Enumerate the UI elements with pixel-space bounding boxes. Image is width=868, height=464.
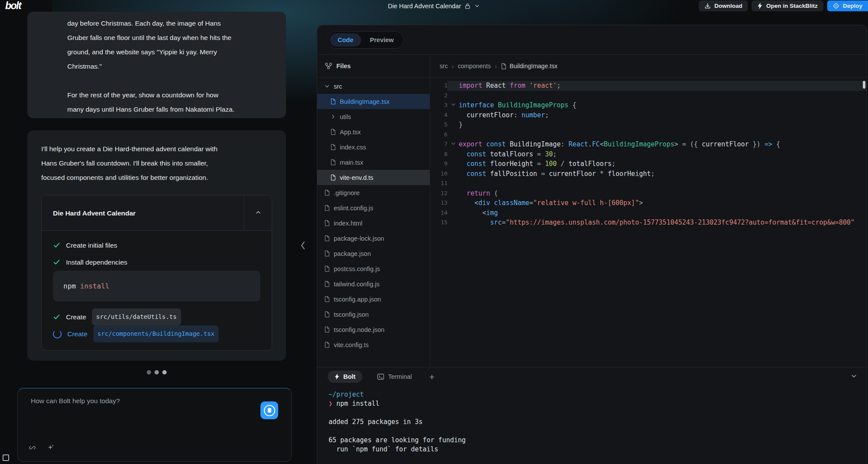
file-icon	[324, 250, 330, 257]
fold-chevron-down-icon[interactable]	[450, 101, 456, 109]
chevron-right-icon	[330, 114, 336, 119]
open-stackblitz-button[interactable]: Open in StackBlitz	[752, 0, 823, 11]
line-number: 10	[430, 169, 447, 179]
tree-file-index.html[interactable]: index.html	[317, 215, 430, 231]
file-tree: srcBuildingImage.tsxutilsApp.tsxindex.cs…	[317, 78, 430, 352]
panel-collapse-handle[interactable]	[300, 240, 306, 253]
line-number: 6	[430, 130, 447, 140]
line-number: 15	[430, 218, 447, 228]
project-title: Die Hard Advent Calendar	[388, 3, 461, 10]
stop-generation-button[interactable]	[260, 401, 278, 419]
code-line-4: 4 currentFloor: number;	[430, 110, 867, 120]
artifact-title: Die Hard Advent Calendar	[42, 196, 244, 230]
tree-file-eslint.config.js[interactable]: eslint.config.js	[317, 200, 430, 215]
add-terminal-button[interactable]: +	[427, 372, 437, 382]
tab-code[interactable]: Code	[330, 33, 361, 46]
tree-file-package.json[interactable]: package.json	[317, 246, 430, 261]
chat-input[interactable]	[30, 396, 236, 433]
assistant-message: I'll help you create a Die Hard-themed a…	[27, 130, 286, 361]
file-path-chip[interactable]: src/components/BuildingImage.tsx	[93, 325, 219, 342]
code-editor[interactable]: src components BuildingImage.tsx 1import…	[430, 55, 867, 367]
breadcrumb-components[interactable]: components	[458, 63, 491, 70]
deploy-button[interactable]: Deploy	[827, 0, 868, 11]
tree-folder-src[interactable]: src	[317, 79, 430, 94]
files-icon	[325, 63, 332, 70]
tree-file-.gitignore[interactable]: .gitignore	[317, 185, 430, 200]
open-stackblitz-label: Open in StackBlitz	[766, 3, 818, 9]
spinner-icon	[53, 330, 62, 338]
tree-file-BuildingImage.tsx[interactable]: BuildingImage.tsx	[317, 94, 430, 109]
terminal-tab-terminal[interactable]: Terminal	[375, 373, 414, 381]
line-number: 8	[430, 149, 447, 159]
bolt-icon	[335, 374, 339, 380]
file-icon	[324, 235, 330, 242]
breadcrumb-separator	[452, 63, 454, 70]
file-icon	[324, 326, 330, 333]
breadcrumb-src[interactable]: src	[440, 63, 448, 70]
terminal-tab-bolt[interactable]: Bolt	[328, 371, 362, 383]
breadcrumb-separator	[495, 63, 497, 70]
tree-file-tsconfig.app.json[interactable]: tsconfig.app.json	[317, 292, 430, 307]
terminal-collapse-icon[interactable]	[851, 373, 857, 379]
tree-file-tsconfig.node.json[interactable]: tsconfig.node.json	[317, 322, 430, 337]
user-message-paragraph-1: day before Christmas. Each day, the imag…	[67, 16, 273, 73]
download-button[interactable]: Download	[699, 0, 748, 11]
tree-file-index.css[interactable]: index.css	[317, 139, 430, 155]
artifact-collapse-button[interactable]	[244, 196, 272, 230]
file-icon	[501, 63, 506, 70]
tab-preview[interactable]: Preview	[362, 33, 401, 46]
line-number: 12	[430, 189, 447, 199]
tree-file-tailwind.config.js[interactable]: tailwind.config.js	[317, 276, 430, 292]
code-line-3: 3interface BuildingImageProps {	[430, 100, 867, 110]
file-path-chip[interactable]: src/utils/dateUtils.ts	[92, 308, 181, 325]
line-number: 1	[430, 81, 447, 91]
code-lines: 1import React from 'react';23interface B…	[430, 78, 867, 228]
code-line-7: 7export const BuildingImage: React.FC<Bu…	[430, 139, 867, 149]
file-icon	[324, 220, 330, 226]
fold-chevron-down-icon[interactable]	[450, 140, 456, 148]
input-toolbar	[28, 444, 55, 452]
shell-command-block: npm install	[53, 271, 260, 302]
code-line-1: 1import React from 'react';	[430, 81, 867, 91]
tree-file-package-lock.json[interactable]: package-lock.json	[317, 231, 430, 246]
code-line-14: 14 <img	[430, 208, 867, 218]
file-icon	[330, 98, 336, 105]
corner-widget-icon[interactable]	[3, 454, 9, 461]
enhance-prompt-icon[interactable]	[47, 444, 55, 452]
attach-link-icon[interactable]	[28, 444, 36, 452]
tree-folder-utils[interactable]: utils	[317, 109, 430, 124]
check-icon	[53, 313, 60, 321]
tree-file-App.tsx[interactable]: App.tsx	[317, 124, 430, 139]
terminal-line	[329, 427, 867, 436]
file-icon	[324, 265, 330, 272]
loading-dots	[27, 370, 286, 375]
tree-file-vite-env.d.ts[interactable]: vite-env.d.ts	[317, 170, 430, 185]
terminal-line: run `npm fund` for details	[329, 445, 867, 454]
code-preview-toggle: Code Preview	[328, 31, 404, 49]
tree-file-vite.config.ts[interactable]: vite.config.ts	[317, 337, 430, 352]
breadcrumb-file[interactable]: BuildingImage.tsx	[501, 63, 558, 70]
terminal-icon	[377, 374, 384, 380]
file-icon	[324, 281, 330, 287]
line-number: 4	[430, 110, 447, 120]
code-line-11: 11	[430, 179, 867, 189]
chat-input-box	[17, 388, 292, 462]
line-number: 2	[430, 91, 447, 101]
file-icon	[324, 189, 330, 196]
tree-file-main.tsx[interactable]: main.tsx	[317, 155, 430, 170]
project-title-group[interactable]: Die Hard Advent Calendar	[388, 0, 480, 12]
file-icon	[330, 159, 336, 166]
terminal-line: 65 packages are looking for funding	[329, 436, 867, 445]
tree-file-postcss.config.js[interactable]: postcss.config.js	[317, 261, 430, 276]
terminal-panel: Bolt Terminal + ~/project❯ npm install a…	[317, 367, 867, 464]
chevron-down-icon[interactable]	[474, 3, 480, 9]
line-number: 3	[430, 100, 447, 110]
file-icon	[324, 311, 330, 318]
line-number: 13	[430, 198, 447, 208]
line-number: 7	[430, 139, 447, 149]
terminal-output[interactable]: ~/project❯ npm install added 275 package…	[317, 386, 867, 454]
breadcrumb: src components BuildingImage.tsx	[430, 55, 867, 78]
tree-file-tsconfig.json[interactable]: tsconfig.json	[317, 307, 430, 322]
editor-scrollbar[interactable]	[863, 81, 865, 89]
files-panel-title: Files	[336, 63, 351, 70]
